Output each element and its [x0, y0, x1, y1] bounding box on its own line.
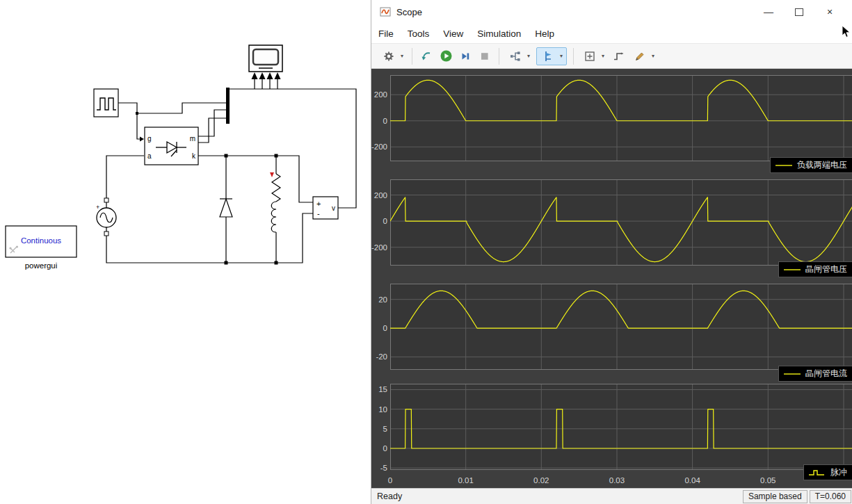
- scope-input-port-arrows: [252, 72, 281, 79]
- y-tick-label: -200: [371, 142, 387, 152]
- scope-block[interactable]: [249, 45, 282, 79]
- toolbar-separator: [499, 48, 499, 65]
- port-label-g: g: [147, 135, 152, 143]
- y-tick-label: -200: [371, 243, 387, 252]
- cursor-measurements-caret[interactable]: ▾: [558, 53, 565, 59]
- port-label-a: a: [147, 152, 152, 160]
- step-forward-button[interactable]: [458, 48, 472, 65]
- mouse-cursor: [842, 25, 851, 38]
- minimize-button[interactable]: —: [753, 1, 784, 22]
- legend-thyristor-voltage: 晶闸管电压: [778, 261, 852, 277]
- simulink-model-canvas[interactable]: g m a k +: [0, 0, 371, 504]
- x-tick-label: 0: [376, 475, 404, 485]
- menu-tools[interactable]: Tools: [401, 24, 437, 43]
- titlebar: Scope — ×: [371, 0, 852, 24]
- maximize-icon: [795, 8, 803, 16]
- scope-window: Scope — × File Tools View Simulation Hel…: [371, 0, 852, 504]
- x-tick-label: 0.01: [452, 475, 480, 485]
- menu-file[interactable]: File: [371, 24, 401, 43]
- scope-plot-load-voltage[interactable]: [390, 75, 852, 161]
- legend-load-voltage: 负载两端电压: [770, 157, 852, 173]
- y-tick-label: -5: [371, 463, 387, 473]
- menubar: File Tools View Simulation Help: [371, 24, 852, 43]
- port-label-m: m: [190, 135, 195, 143]
- toolbar-separator: [412, 48, 412, 65]
- legend-line-sample: [784, 371, 801, 377]
- y-tick-label: 10: [371, 405, 387, 414]
- legend-pulse: 脉冲: [803, 464, 852, 480]
- settings-dropdown-caret[interactable]: ▾: [399, 53, 405, 59]
- span-zoom-caret[interactable]: ▾: [600, 53, 606, 59]
- menu-simulation[interactable]: Simulation: [470, 24, 528, 43]
- thyristor-block[interactable]: g m a k: [145, 127, 198, 165]
- menu-help[interactable]: Help: [528, 24, 561, 43]
- vmeter-minus-label: -: [317, 209, 320, 218]
- highlight-pen-caret[interactable]: ▾: [650, 53, 657, 59]
- diode-block[interactable]: [220, 156, 232, 263]
- x-tick-label: 0.04: [679, 475, 707, 485]
- statusbar: Ready Sample based T=0.060: [371, 488, 852, 504]
- y-tick-label: 0: [371, 444, 387, 453]
- pulse-generator-block[interactable]: [94, 89, 118, 117]
- highlight-block-icon[interactable]: [419, 48, 433, 65]
- close-button[interactable]: ×: [814, 1, 845, 22]
- y-tick-label: 15: [371, 384, 387, 394]
- powergui-title: Continuous: [21, 236, 61, 245]
- y-tick-label: 0: [371, 116, 387, 126]
- highlight-pen-icon[interactable]: [633, 48, 647, 65]
- cursor-measurements-icon[interactable]: [541, 48, 555, 65]
- legend-label: 负载两端电压: [797, 159, 847, 171]
- voltage-measurement-block[interactable]: + - v: [313, 197, 338, 219]
- span-zoom-icon[interactable]: [583, 48, 597, 65]
- source-plus-label: +: [96, 204, 99, 211]
- y-tick-label: 0: [371, 216, 387, 226]
- trigger-icon[interactable]: [611, 48, 625, 65]
- status-sample-based: Sample based: [743, 490, 807, 503]
- signal-wires: [106, 79, 356, 263]
- legend-line-sample: [775, 162, 792, 169]
- ac-voltage-source-block[interactable]: +: [96, 198, 116, 236]
- y-tick-label: 20: [371, 295, 387, 304]
- y-tick-label: 200: [371, 190, 387, 200]
- cursor-measurements-group[interactable]: ▾: [536, 47, 567, 65]
- scope-display: 负载两端电压 晶闸管电压 晶闸管电流 脉冲 2000-2002000-20020…: [371, 69, 852, 488]
- legend-line-sample: [784, 266, 801, 273]
- legend-label: 脉冲: [830, 466, 847, 478]
- signal-selector-icon[interactable]: [508, 48, 522, 65]
- mux-block[interactable]: [226, 88, 230, 124]
- current-direction-marker: [270, 172, 274, 177]
- vmeter-plus-label: +: [316, 200, 321, 208]
- toolbar-separator: [573, 48, 574, 65]
- vmeter-v-label: v: [332, 204, 335, 212]
- status-ready: Ready: [371, 491, 402, 501]
- menu-view[interactable]: View: [436, 24, 470, 43]
- x-tick-label: 0.05: [754, 475, 782, 485]
- window-title: Scope: [396, 7, 422, 17]
- signal-selector-caret[interactable]: ▾: [525, 53, 532, 59]
- y-tick-label: 200: [371, 90, 387, 99]
- powergui-block[interactable]: Continuous powergui: [6, 226, 77, 270]
- scope-plot-thyristor-current[interactable]: [390, 284, 852, 370]
- stop-button[interactable]: [478, 48, 492, 65]
- legend-label: 晶闸管电压: [805, 263, 847, 275]
- legend-thyristor-current: 晶闸管电流: [778, 366, 852, 382]
- legend-label: 晶闸管电流: [805, 368, 847, 380]
- powergui-name: powergui: [25, 261, 58, 270]
- y-tick-label: -20: [371, 352, 387, 361]
- x-tick-label: 0.03: [603, 475, 631, 485]
- y-tick-label: 0: [371, 323, 387, 333]
- y-tick-label: 5: [371, 424, 387, 434]
- series-rlc-branch-block[interactable]: [270, 156, 280, 263]
- settings-gear-icon[interactable]: [382, 48, 396, 65]
- scope-window-icon: [380, 6, 391, 17]
- x-tick-label: 0.02: [527, 475, 555, 485]
- legend-pulse-sample: [809, 469, 826, 477]
- status-sim-time: T=0.060: [810, 490, 851, 503]
- run-button[interactable]: [439, 48, 453, 65]
- maximize-button[interactable]: [784, 1, 814, 22]
- scope-plot-thyristor-voltage[interactable]: [390, 179, 852, 266]
- desktop: g m a k +: [0, 0, 852, 504]
- scope-plot-pulse[interactable]: [390, 384, 852, 470]
- toolbar: ▾: [371, 43, 852, 69]
